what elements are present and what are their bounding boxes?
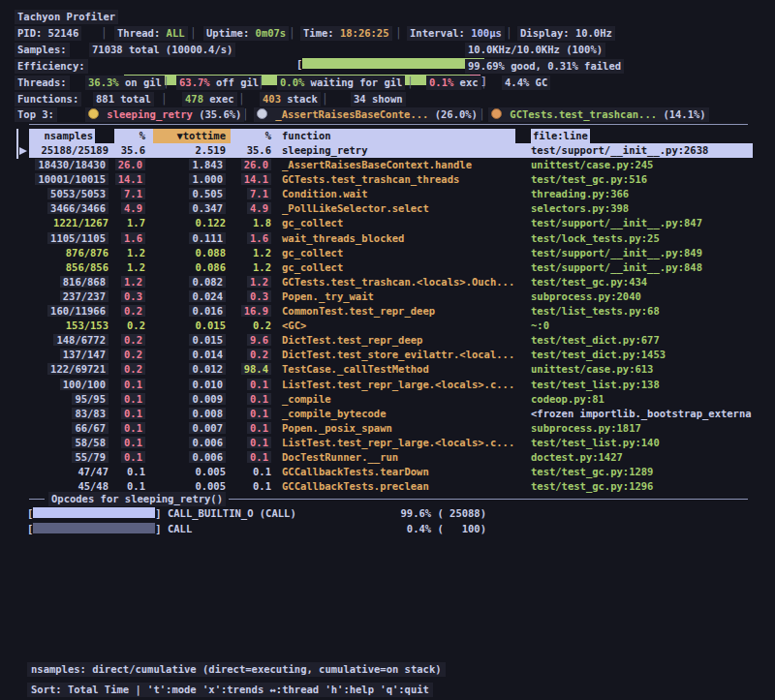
- cell-value: 1.2: [127, 247, 145, 259]
- table-row[interactable]: 83/830.10.0080.1_compile_bytecode<frozen…: [29, 407, 775, 421]
- cell-value: 55/79: [72, 451, 108, 463]
- column-pct-direct[interactable]: %: [114, 129, 153, 143]
- table-row[interactable]: 10001/1001514.11.00014.1GCTests.test_tra…: [29, 172, 775, 187]
- table-row[interactable]: 25188/2518935.62.51935.6sleeping_retryte…: [29, 143, 775, 158]
- cell-value: 1.2: [121, 276, 145, 288]
- column-function[interactable]: function: [277, 129, 515, 143]
- separator: │: [395, 26, 401, 41]
- cell-value: 856/856: [66, 261, 108, 273]
- cell-value: 14.1: [115, 173, 145, 185]
- efficiency-line: Efficiency: [] 99.69% good, 0.31% failed: [0, 59, 775, 74]
- cell-value: 4.9: [247, 202, 271, 214]
- cell-value: 0.1: [121, 437, 145, 448]
- separator: │: [289, 26, 294, 41]
- table-row[interactable]: 137/1470.20.0140.2DictTest.test_store_ev…: [29, 348, 775, 362]
- column-nsamples[interactable]: nsamples: [29, 129, 95, 143]
- opcode-row: [] CALL: [27, 522, 192, 536]
- cell-value: test/test_list.py:140: [531, 437, 660, 448]
- cell-value: 0.3: [247, 290, 271, 302]
- cell-value: unittest/case.py:613: [531, 363, 653, 375]
- cell-value: 0.015: [189, 334, 226, 346]
- top3-item: GCTests.test_trashcan... (14.1%): [488, 107, 709, 122]
- column-pct-cumulative[interactable]: %: [231, 129, 277, 143]
- table-row[interactable]: 122/697210.20.01298.4TestCase._callTestM…: [29, 362, 775, 377]
- cell-value: 1.8: [253, 217, 271, 228]
- table-row[interactable]: 148/67720.20.0159.6DictTest.test_repr_de…: [29, 333, 775, 348]
- cell-value: test/list_tests.py:68: [531, 305, 660, 317]
- cell-value: codeop.py:81: [531, 393, 604, 405]
- cell-value: 1.843: [189, 159, 226, 170]
- separator: │: [407, 76, 413, 90]
- cell-value: 0.347: [189, 202, 226, 214]
- cell-value: 0.2: [121, 305, 145, 317]
- separator: │: [480, 76, 486, 90]
- cell-value: 0.024: [189, 290, 226, 302]
- cell-value: TestCase._callTestMethod: [282, 363, 429, 375]
- cell-value: test/test_list.py:138: [531, 379, 660, 390]
- status-uptime: Uptime: 0m07s: [203, 26, 289, 41]
- cell-value: GCTests.test_trashcan_threads: [282, 173, 459, 185]
- status-pid: PID: 52146: [15, 26, 81, 41]
- profiler-screen: Tachyon Profiler PID: 52146Thread: ALLUp…: [0, 0, 775, 700]
- cell-value: DictTest.test_store_evilattr.<local...: [282, 349, 514, 360]
- cell-value: 237/237: [60, 290, 108, 302]
- table-row[interactable]: 47/470.10.0050.1GCCallbackTests.tearDown…: [29, 465, 775, 479]
- cell-value: Popen._posix_spawn: [282, 422, 392, 434]
- threads-line-item: 4.4% GC: [502, 76, 550, 90]
- table-row[interactable]: 5053/50537.10.5057.1Condition.waitthread…: [29, 187, 775, 201]
- table-row[interactable]: 160/119660.20.01616.9CommonTest.test_rep…: [29, 304, 775, 319]
- table-row[interactable]: 816/8681.20.0821.2GCTests.test_trashcan.…: [29, 275, 775, 289]
- table-row[interactable]: 100/1000.10.0100.1ListTest.test_repr_lar…: [29, 378, 775, 392]
- cell-value: ListTest.test_repr_large.<locals>.c...: [282, 379, 514, 390]
- cell-value: 148/6772: [53, 334, 108, 346]
- cell-value: 0.111: [189, 232, 226, 244]
- cell-value: sleeping_retry: [282, 144, 368, 156]
- cell-value: ~:0: [531, 320, 549, 331]
- column-tottime-sorted[interactable]: ▼tottime: [153, 129, 231, 143]
- table-row[interactable]: 55/790.10.0060.1DocTestRunner.__rundocte…: [29, 450, 775, 465]
- cell-value: 0.1: [247, 379, 271, 390]
- medal-silver-icon: [257, 108, 267, 119]
- table-row[interactable]: 58/580.10.0060.1ListTest.test_repr_large…: [29, 436, 775, 450]
- table-row[interactable]: 18430/1843026.01.84326.0_AssertRaisesBas…: [29, 158, 775, 172]
- cell-value: threading.py:366: [531, 188, 629, 199]
- table-row[interactable]: 1221/12671.70.1221.8gc_collecttest/suppo…: [29, 216, 775, 230]
- column-file-line[interactable]: file:line: [531, 129, 590, 143]
- opcode-bar: [33, 523, 155, 533]
- cell-value: 0.122: [195, 217, 226, 228]
- efficiency-label: Efficiency:: [15, 59, 88, 74]
- cell-value: 0.010: [189, 379, 226, 390]
- table-row[interactable]: 66/670.10.0070.1Popen._posix_spawnsubpro…: [29, 421, 775, 436]
- status-thread: Thread: ALL: [114, 26, 188, 41]
- cell-value: Condition.wait: [282, 188, 368, 199]
- cell-value: 0.1: [127, 466, 145, 477]
- cell-value: <GC>: [282, 320, 306, 331]
- cell-value: <frozen importlib._bootstrap_externa: [531, 408, 752, 419]
- cell-value: 14.1: [241, 173, 271, 185]
- table-row[interactable]: 3466/34664.90.3474.9_PollLikeSelector.se…: [29, 201, 775, 216]
- opcode-row: [] CALL_BUILTIN_O (CALL): [27, 506, 296, 521]
- cell-value: 0.082: [189, 276, 226, 288]
- cell-value: 0.009: [189, 393, 226, 405]
- cell-value: 0.088: [195, 247, 226, 259]
- table-row[interactable]: 95/950.10.0090.1_compilecodeop.py:81: [29, 392, 775, 407]
- cell-value: 876/876: [66, 247, 108, 259]
- functions-label: Functions:: [15, 92, 81, 107]
- separator: │: [101, 26, 107, 41]
- table-row[interactable]: 153/1530.20.0150.2<GC>~:0: [29, 319, 775, 333]
- cell-value: 1.2: [253, 261, 271, 273]
- table-row[interactable]: 876/8761.20.0881.2gc_collecttest/support…: [29, 246, 775, 260]
- status-display: Display: 10.0Hz: [517, 26, 615, 41]
- cell-value: 0.1: [127, 480, 145, 492]
- cell-value: 0.1: [121, 451, 145, 463]
- cell-value: 0.1: [253, 480, 271, 492]
- table-row[interactable]: 237/2370.30.0240.3Popen._try_waitsubproc…: [29, 289, 775, 304]
- cell-value: Popen._try_wait: [282, 290, 374, 302]
- cell-value: 0.006: [189, 451, 226, 463]
- cell-value: 1.000: [189, 173, 226, 185]
- separator: │: [161, 92, 167, 107]
- cell-value: unittest/case.py:245: [531, 159, 653, 170]
- table-row[interactable]: 856/8561.20.0861.2gc_collecttest/support…: [29, 260, 775, 275]
- cell-value: GCCallbackTests.tearDown: [282, 466, 429, 477]
- table-row[interactable]: 1105/11051.60.1111.6wait_threads_blocked…: [29, 231, 775, 246]
